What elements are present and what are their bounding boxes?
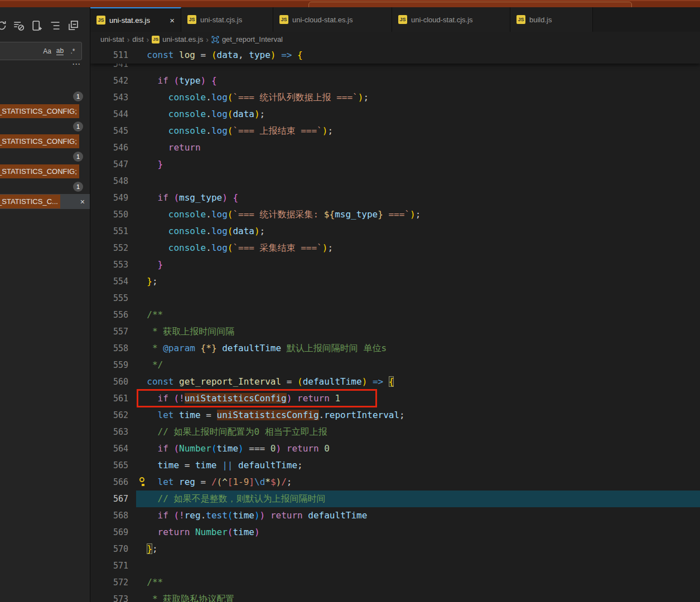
code-content[interactable] (136, 290, 700, 307)
code-content[interactable]: if (type) { (136, 72, 700, 89)
search-result-match-row[interactable]: _STATISTICS_CONFIG; (0, 134, 90, 149)
line-number[interactable]: 560 (90, 373, 136, 390)
line-number[interactable]: 542 (90, 72, 136, 89)
line-number[interactable]: 561 (90, 390, 136, 407)
code-content[interactable]: let reg = /(^[1-9]\d*$)/; (136, 474, 700, 491)
line-number[interactable]: 555 (90, 290, 136, 307)
line-number[interactable]: 549 (90, 190, 136, 206)
tab-uni-cloud-stat.es.js[interactable]: JSuni-cloud-stat.es.js (273, 7, 392, 32)
code-line-570[interactable]: 570 }; (90, 541, 700, 557)
code-line-566[interactable]: 566 let reg = /(^[1-9]\d*$)/; (90, 474, 700, 491)
line-number[interactable]: 573 (90, 591, 136, 602)
code-line-573[interactable]: 573 * 获取隐私协议配置 (90, 591, 700, 602)
code-content[interactable]: } (136, 156, 700, 173)
code-content[interactable]: * 获取上报时间间隔 (136, 323, 700, 340)
search-result-file-row[interactable]: 1 (0, 89, 90, 104)
code-content[interactable]: * 获取隐私协议配置 (136, 591, 700, 602)
breadcrumb-item-dist[interactable]: dist (132, 35, 143, 43)
search-result-match-row[interactable]: _STATISTICS_CONFIG; (0, 164, 90, 179)
code-content[interactable]: console.log(`=== 上报结束 ===`); (136, 123, 700, 139)
code-line-569[interactable]: 569 return Number(time) (90, 524, 700, 541)
line-number[interactable]: 553 (90, 256, 136, 273)
sticky-scroll-line[interactable]: 511 const log = (data, type) => { (90, 47, 700, 64)
line-number[interactable]: 557 (90, 323, 136, 340)
whole-word-toggle[interactable]: ab (54, 45, 66, 57)
code-line-554[interactable]: 554 }; (90, 273, 700, 290)
code-line-557[interactable]: 557 * 获取上报时间间隔 (90, 323, 700, 340)
code-line-549[interactable]: 549 if (msg_type) { (90, 190, 700, 206)
tab-uni-cloud-stat.cjs.js[interactable]: JSuni-cloud-stat.cjs.js (392, 7, 510, 32)
new-search-editor-icon[interactable] (31, 20, 42, 31)
code-line-558[interactable]: 558 * @param {*} defaultTime 默认上报间隔时间 单位… (90, 340, 700, 357)
quickfix-lightbulb-icon[interactable] (139, 477, 144, 482)
line-number[interactable]: 559 (90, 357, 136, 373)
line-number[interactable]: 545 (90, 123, 136, 139)
code-content[interactable]: console.log(data); (136, 106, 700, 123)
use-regex-toggle[interactable]: .* (67, 45, 79, 57)
code-content[interactable]: console.log(`=== 统计数据采集: ${msg_type} ===… (136, 206, 700, 223)
code-line-544[interactable]: 544 console.log(data); (90, 106, 700, 123)
line-number[interactable]: 571 (90, 557, 136, 574)
close-tab-icon[interactable]: × (170, 16, 175, 25)
code-content[interactable]: // 如果不是整数，则默认为上报间隔时间 (136, 491, 700, 507)
code-line-568[interactable]: 568 if (!reg.test(time)) return defaultT… (90, 507, 700, 524)
tab-uni-stat.cjs.js[interactable]: JSuni-stat.cjs.js (181, 7, 273, 32)
line-number[interactable]: 569 (90, 524, 136, 541)
line-number[interactable]: 564 (90, 440, 136, 457)
code-line-563[interactable]: 563 // 如果上报时间配置为0 相当于立即上报 (90, 424, 700, 440)
code-line-571[interactable]: 571 (90, 557, 700, 574)
code-line-545[interactable]: 545 console.log(`=== 上报结束 ===`); (90, 123, 700, 139)
code-line-556[interactable]: 556 /** (90, 307, 700, 323)
line-number[interactable]: 546 (90, 139, 136, 156)
line-number[interactable]: 562 (90, 407, 136, 424)
code-content[interactable]: * @param {*} defaultTime 默认上报间隔时间 单位s (136, 340, 700, 357)
code-content[interactable]: time = time || defaultTime; (136, 457, 700, 474)
code-content[interactable]: const get_report_Interval = (defaultTime… (136, 373, 700, 390)
code-line-559[interactable]: 559 */ (90, 357, 700, 373)
code-content[interactable]: if (Number(time) === 0) return 0 (136, 440, 700, 457)
code-line-564[interactable]: 564 if (Number(time) === 0) return 0 (90, 440, 700, 457)
line-number[interactable]: 558 (90, 340, 136, 357)
code-line-551[interactable]: 551 console.log(data); (90, 223, 700, 240)
clear-search-results-icon[interactable] (13, 20, 25, 31)
line-number[interactable]: 544 (90, 106, 136, 123)
match-case-toggle[interactable]: Aa (41, 45, 53, 57)
code-content[interactable]: }; (136, 273, 700, 290)
code-content[interactable]: console.log(data); (136, 223, 700, 240)
code-line-550[interactable]: 550 console.log(`=== 统计数据采集: ${msg_type}… (90, 206, 700, 223)
line-number[interactable]: 568 (90, 507, 136, 524)
line-number[interactable]: 572 (90, 574, 136, 591)
code-line-567[interactable]: 567 // 如果不是整数，则默认为上报间隔时间 (90, 491, 700, 507)
code-content[interactable]: const log = (data, type) => { (136, 47, 700, 64)
code-line-553[interactable]: 553 } (90, 256, 700, 273)
breadcrumb-item-uni-stat.es.js[interactable]: JSuni-stat.es.js (152, 35, 203, 43)
line-number[interactable]: 554 (90, 273, 136, 290)
dismiss-match-icon[interactable]: × (80, 197, 85, 206)
code-content[interactable]: if (!uniStatisticsConfig) return 1 (136, 390, 700, 407)
line-number[interactable]: 547 (90, 156, 136, 173)
toggle-search-details-button[interactable]: ⋯ (72, 59, 81, 69)
line-number[interactable]: 565 (90, 457, 136, 474)
line-number[interactable]: 543 (90, 89, 136, 106)
search-result-file-row[interactable]: 1 (0, 119, 90, 134)
code-content[interactable]: /** (136, 307, 700, 323)
collapse-all-icon[interactable] (67, 20, 79, 31)
editor-body[interactable]: 541542 if (type) {543 console.log(`=== 统… (90, 47, 700, 602)
code-content[interactable]: return Number(time) (136, 524, 700, 541)
breadcrumb-item-get_report_Interval[interactable]: get_report_Interval (211, 35, 283, 43)
line-number[interactable]: 548 (90, 173, 136, 190)
code-content[interactable]: console.log(`=== 统计队列数据上报 ===`); (136, 89, 700, 106)
code-line-552[interactable]: 552 console.log(`=== 采集结束 ===`); (90, 240, 700, 256)
search-input[interactable]: Aaab.* (0, 42, 82, 60)
code-content[interactable]: }; (136, 541, 700, 557)
search-result-file-row[interactable]: 1 (0, 149, 90, 164)
code-content[interactable] (136, 173, 700, 190)
code-line-562[interactable]: 562 let time = uniStatisticsConfig.repor… (90, 407, 700, 424)
line-number[interactable]: 550 (90, 206, 136, 223)
code-line-543[interactable]: 543 console.log(`=== 统计队列数据上报 ===`); (90, 89, 700, 106)
line-number[interactable]: 567 (90, 491, 136, 507)
code-content[interactable]: if (!reg.test(time)) return defaultTime (136, 507, 700, 524)
search-result-match-row[interactable]: _STATISTICS_C...× (0, 194, 90, 209)
code-content[interactable]: console.log(`=== 采集结束 ===`); (136, 240, 700, 256)
code-line-548[interactable]: 548 (90, 173, 700, 190)
